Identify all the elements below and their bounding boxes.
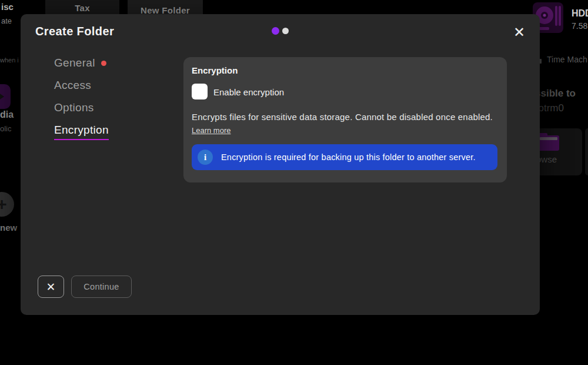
step-dot-active[interactable] [272,27,279,35]
label-partial-new: new [0,223,17,233]
sidebar-item-options[interactable]: Options [54,101,109,114]
cancel-button[interactable]: ✕ [38,276,64,298]
encryption-panel: Encryption Enable encryption Encrypts fi… [183,57,507,182]
close-icon[interactable]: ✕ [509,22,529,42]
enable-encryption-checkbox[interactable] [192,84,208,99]
step-dot-inactive[interactable] [282,28,289,34]
dialog-sidebar: General Access Options Encryption [54,57,109,140]
enable-encryption-label: Enable encryption [213,87,284,97]
label-partial-when: when i [0,57,19,64]
tab-partial-misc[interactable]: isc [1,2,14,12]
info-banner-text: Encryption is required for backing up th… [221,152,476,162]
sidebar-item-label: General [54,57,95,69]
label-partial-accessible: ssible to [535,88,576,99]
add-new-plus-icon[interactable]: + [0,192,14,217]
sidebar-item-access[interactable]: Access [54,79,109,92]
tab-new-folder[interactable]: New Folder [128,0,203,15]
time-machine-label: Time Mach [547,55,587,64]
label-partial-ate: ate [1,16,12,25]
folder-icon [538,135,559,151]
sidebar-item-general[interactable]: General [54,57,109,69]
panel-header: Encryption [192,65,238,75]
label-partial-public: olic [0,124,12,133]
sidebar-item-label: Options [54,101,94,114]
sidebar-item-label: Encryption [54,124,109,140]
error-dot-icon [101,61,106,66]
sidebar-item-encryption[interactable]: Encryption [54,124,109,140]
dialog-title: Create Folder [35,25,114,38]
info-icon: i [198,150,213,165]
sidebar-item-label: Access [54,79,91,92]
learn-more-link[interactable]: Learn more [192,126,230,135]
media-play-icon[interactable] [0,84,11,109]
play-triangle-icon [0,91,4,102]
card-sliver [585,128,588,175]
hdd-title: HDD [572,8,588,19]
hdd-capacity-value: 7.58 [572,21,587,31]
tab-tax[interactable]: Tax [45,0,119,15]
create-folder-dialog: Create Folder ✕ General Access Options E… [21,14,540,315]
encryption-description: Encrypts files for sensitive data storag… [192,112,493,122]
label-partial-media: dia [0,110,14,120]
continue-button[interactable]: Continue [71,276,132,298]
info-banner: i Encryption is required for backing up … [192,144,497,170]
